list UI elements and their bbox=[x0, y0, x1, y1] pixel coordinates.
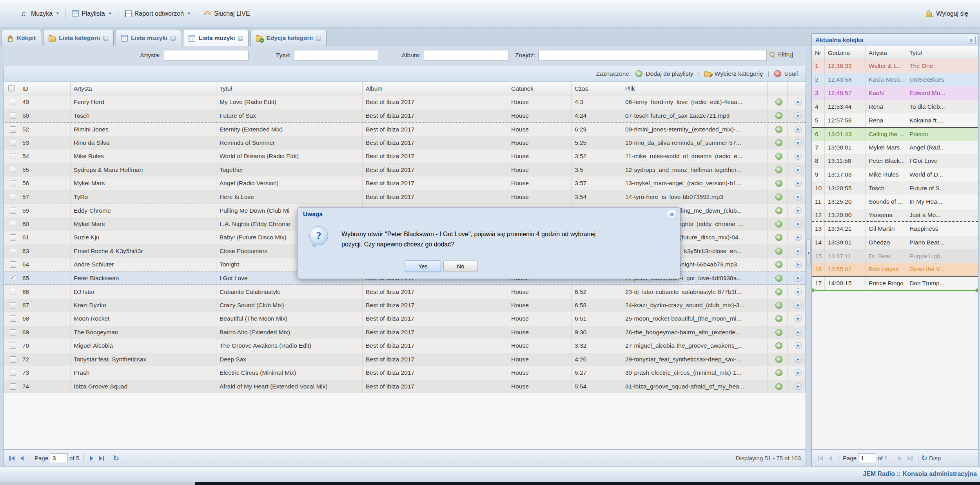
table-row[interactable]: 57TyRoHere Is LoveBest of Ibiza 2017Hous… bbox=[4, 190, 806, 204]
play-icon[interactable] bbox=[795, 369, 802, 376]
panel-splitter[interactable] bbox=[806, 46, 811, 467]
tab-edycja-kategorii[interactable]: Edycja kategorii bbox=[250, 30, 327, 46]
play-icon[interactable] bbox=[795, 139, 802, 146]
queue-row[interactable]: 1413:39:01GhedzoPiano Beat... bbox=[812, 236, 978, 250]
column-header-tytul[interactable]: Tytuł bbox=[216, 82, 363, 95]
add-to-queue-icon[interactable] bbox=[775, 180, 782, 187]
tab-lista-muzyki-1[interactable]: Lista muzyki bbox=[116, 30, 181, 46]
row-checkbox[interactable] bbox=[10, 234, 16, 241]
splitter-collapse-handle[interactable] bbox=[806, 239, 811, 267]
row-checkbox[interactable] bbox=[10, 167, 16, 173]
row-checkbox[interactable] bbox=[10, 180, 16, 186]
queue-column-tytul[interactable]: Tytuł bbox=[906, 46, 978, 59]
row-checkbox[interactable] bbox=[10, 99, 16, 105]
table-row[interactable]: 70Miguel AlcobiaThe Groove Awakens (Radi… bbox=[4, 339, 806, 353]
queue-row[interactable]: 1714:00:15Prince RingoDon Trump... bbox=[812, 277, 978, 290]
menu-playlista[interactable]: Playlista bbox=[67, 8, 116, 20]
queue-first-page-button[interactable] bbox=[815, 453, 825, 463]
play-icon[interactable] bbox=[795, 221, 802, 228]
collapse-panel-button[interactable] bbox=[967, 36, 976, 44]
queue-row[interactable]: 813:11:58Peter Black...I Got Love bbox=[812, 154, 978, 168]
table-row[interactable]: 68Moon RocketBeautiful (The Moon Mix)Bes… bbox=[4, 312, 806, 326]
row-checkbox[interactable] bbox=[10, 194, 16, 200]
column-header-id[interactable]: ID bbox=[19, 82, 71, 95]
add-to-queue-icon[interactable] bbox=[775, 275, 782, 282]
menu-sluchaj-live[interactable]: Słuchaj LIVE bbox=[199, 8, 255, 20]
table-row[interactable]: 56Mykel MarsAngel (Radio Version)Best of… bbox=[4, 177, 806, 190]
row-checkbox[interactable] bbox=[10, 113, 16, 119]
play-icon[interactable] bbox=[795, 207, 802, 214]
last-page-button[interactable] bbox=[97, 453, 107, 463]
row-checkbox[interactable] bbox=[10, 208, 16, 214]
next-page-button[interactable] bbox=[87, 453, 97, 463]
add-to-queue-icon[interactable] bbox=[775, 221, 782, 228]
no-button[interactable]: No bbox=[443, 261, 478, 272]
queue-column-artysta[interactable]: Artysta bbox=[866, 46, 906, 59]
page-input[interactable] bbox=[50, 453, 68, 463]
title-filter-input[interactable] bbox=[294, 50, 378, 61]
play-icon[interactable] bbox=[795, 383, 802, 390]
logout-button[interactable]: Wyloguj się bbox=[921, 8, 973, 20]
row-checkbox[interactable] bbox=[10, 343, 16, 349]
add-to-queue-icon[interactable] bbox=[775, 261, 782, 268]
row-checkbox[interactable] bbox=[10, 221, 16, 227]
row-checkbox[interactable] bbox=[10, 140, 16, 146]
table-row[interactable]: 52Rimini JonesEternity (Extended Mix)Bes… bbox=[4, 122, 806, 136]
queue-column-godzina[interactable]: Godzina bbox=[825, 46, 866, 59]
add-to-queue-icon[interactable] bbox=[775, 126, 782, 133]
queue-row[interactable]: 1113:25:20Sounds of ...In My Hea... bbox=[812, 195, 978, 209]
queue-row[interactable]: 1313:34:21Gil MartinHappiness bbox=[812, 222, 978, 236]
row-checkbox[interactable] bbox=[10, 329, 16, 335]
play-icon[interactable] bbox=[795, 126, 802, 133]
column-header-artysta[interactable]: Artysta bbox=[71, 82, 216, 95]
queue-row[interactable]: 1513:47:11Dr. BeatPurple Ligh... bbox=[812, 249, 978, 263]
add-to-queue-icon[interactable] bbox=[775, 369, 782, 376]
queue-column-nr[interactable]: Nr bbox=[812, 46, 825, 59]
close-icon[interactable] bbox=[238, 36, 243, 41]
play-icon[interactable] bbox=[795, 98, 802, 106]
delete-button[interactable]: Usuń bbox=[774, 70, 799, 77]
queue-prev-page-button[interactable] bbox=[825, 453, 835, 463]
add-to-queue-icon[interactable] bbox=[775, 248, 782, 255]
dialog-close-icon[interactable] bbox=[667, 210, 677, 219]
add-to-queue-icon[interactable] bbox=[775, 139, 782, 146]
table-row[interactable]: 74Ibiza Groove SquadAfraid of My Heart (… bbox=[4, 380, 806, 394]
column-header-album[interactable]: Album bbox=[363, 82, 508, 95]
row-checkbox[interactable] bbox=[10, 302, 16, 308]
add-to-queue-icon[interactable] bbox=[775, 234, 782, 241]
add-to-queue-icon[interactable] bbox=[775, 302, 782, 309]
play-icon[interactable] bbox=[795, 356, 802, 363]
row-checkbox[interactable] bbox=[10, 248, 16, 254]
add-to-queue-icon[interactable] bbox=[775, 112, 782, 119]
table-row[interactable]: 49Fenry HordMy Love (Radio Edit)Best of … bbox=[4, 95, 806, 109]
queue-row[interactable]: 1213:29:00YaneenaJust a Mo... bbox=[812, 209, 978, 222]
play-icon[interactable] bbox=[795, 302, 802, 309]
queue-row[interactable]: 112:38:33Walter & L...The One bbox=[812, 59, 978, 73]
find-filter-input[interactable] bbox=[538, 50, 767, 61]
add-to-queue-icon[interactable] bbox=[775, 356, 782, 363]
add-to-queue-icon[interactable] bbox=[775, 98, 782, 106]
first-page-button[interactable] bbox=[7, 453, 17, 463]
tab-lista-kategorii[interactable]: Lista kategorii bbox=[43, 30, 114, 46]
queue-page-input[interactable] bbox=[858, 453, 876, 463]
queue-row[interactable]: 312:48:57KaeNEdward Mo... bbox=[812, 86, 978, 100]
row-checkbox[interactable] bbox=[10, 315, 16, 322]
prev-page-button[interactable] bbox=[17, 453, 27, 463]
table-row[interactable]: 73PrashElectric Circus (Minimal Mix)Best… bbox=[4, 366, 806, 380]
play-icon[interactable] bbox=[795, 329, 802, 336]
queue-row[interactable]: 1013:20:55ToschFuture of S... bbox=[812, 181, 978, 195]
queue-row[interactable]: 512:57:58RenaKokaina ft.... bbox=[812, 113, 978, 127]
add-to-queue-icon[interactable] bbox=[775, 166, 782, 173]
table-row[interactable]: 54Mike RulesWorld of Dreams (Radio Edit)… bbox=[4, 150, 806, 163]
yes-button[interactable]: Yes bbox=[405, 261, 441, 272]
column-header-plik[interactable]: Plik bbox=[622, 82, 768, 95]
play-icon[interactable] bbox=[795, 166, 802, 173]
add-to-queue-icon[interactable] bbox=[775, 329, 782, 336]
close-icon[interactable] bbox=[103, 36, 108, 41]
tab-kokpit[interactable]: Kokpit bbox=[2, 30, 41, 46]
queue-row[interactable]: 613:01:43Calling the ...Poison bbox=[812, 127, 978, 141]
queue-next-page-button[interactable] bbox=[895, 453, 905, 463]
add-to-queue-icon[interactable] bbox=[775, 288, 782, 295]
row-checkbox[interactable] bbox=[10, 356, 16, 363]
add-to-queue-icon[interactable] bbox=[775, 193, 782, 201]
